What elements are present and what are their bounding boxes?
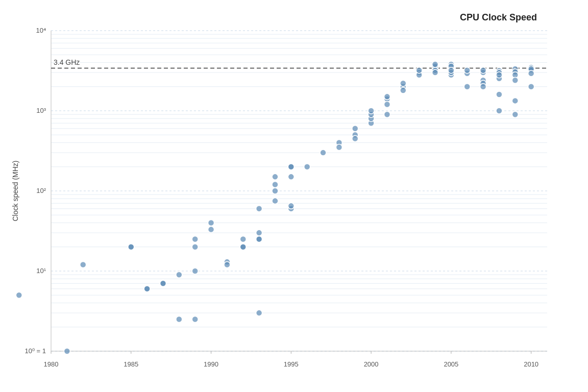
svg-point-79: [224, 262, 230, 268]
svg-point-100: [336, 144, 342, 151]
svg-point-122: [432, 61, 438, 67]
svg-point-84: [256, 310, 262, 316]
svg-point-76: [208, 227, 214, 233]
svg-text:1995: 1995: [284, 360, 299, 368]
svg-text:3.4 GHz: 3.4 GHz: [54, 58, 80, 66]
svg-point-121: [432, 69, 438, 76]
svg-point-97: [304, 164, 310, 170]
svg-point-146: [512, 77, 518, 83]
svg-text:1985: 1985: [124, 360, 138, 368]
svg-point-140: [496, 72, 502, 78]
svg-point-87: [256, 236, 262, 242]
svg-point-88: [272, 188, 278, 194]
svg-text:2005: 2005: [444, 360, 458, 368]
svg-text:10⁰ = 1: 10⁰ = 1: [24, 347, 46, 355]
svg-point-91: [272, 174, 278, 180]
svg-text:1980: 1980: [44, 360, 59, 368]
chart-svg: 10⁰ = 110¹10²10³10⁴198019851990199520002…: [0, 0, 588, 392]
svg-point-67: [144, 286, 150, 292]
svg-point-117: [416, 67, 422, 74]
svg-point-103: [352, 135, 358, 141]
svg-point-74: [192, 268, 198, 274]
svg-point-81: [240, 236, 246, 242]
svg-point-147: [512, 97, 518, 104]
svg-point-61: [16, 292, 22, 298]
svg-point-135: [480, 67, 486, 74]
svg-point-96: [288, 203, 294, 209]
svg-point-145: [512, 111, 518, 117]
svg-point-75: [192, 244, 198, 250]
svg-point-109: [384, 93, 390, 100]
svg-point-72: [192, 236, 198, 242]
svg-text:10⁴: 10⁴: [36, 27, 46, 34]
svg-text:10³: 10³: [36, 107, 46, 114]
svg-point-152: [528, 70, 534, 77]
svg-point-134: [480, 84, 486, 90]
svg-point-98: [320, 150, 326, 156]
svg-point-63: [80, 262, 86, 268]
svg-text:Clock speed (MHz): Clock speed (MHz): [11, 160, 19, 221]
svg-text:2000: 2000: [364, 360, 379, 368]
svg-point-94: [288, 164, 294, 170]
svg-point-130: [464, 84, 470, 90]
svg-point-150: [528, 84, 534, 90]
svg-point-65: [128, 244, 134, 250]
svg-point-107: [368, 108, 374, 114]
svg-point-111: [384, 111, 390, 117]
svg-text:2010: 2010: [524, 360, 538, 368]
svg-point-141: [496, 91, 502, 97]
svg-point-110: [384, 102, 390, 108]
svg-text:10²: 10²: [36, 187, 46, 194]
svg-point-70: [176, 272, 182, 278]
svg-text:CPU Clock Speed: CPU Clock Speed: [460, 12, 537, 22]
svg-point-73: [192, 316, 198, 323]
svg-point-113: [400, 80, 406, 86]
svg-point-93: [288, 174, 294, 180]
svg-text:1990: 1990: [204, 360, 218, 368]
svg-point-77: [208, 219, 214, 226]
svg-point-82: [240, 244, 246, 250]
svg-point-69: [160, 280, 166, 286]
svg-point-129: [464, 67, 470, 74]
svg-point-138: [496, 108, 502, 114]
svg-point-71: [176, 316, 182, 323]
svg-point-114: [400, 87, 406, 93]
chart-container: 10⁰ = 110¹10²10³10⁴198019851990199520002…: [0, 0, 588, 392]
svg-point-86: [256, 206, 262, 212]
svg-point-90: [272, 182, 278, 188]
svg-point-62: [64, 348, 70, 354]
svg-point-85: [256, 230, 262, 236]
svg-point-102: [352, 126, 358, 132]
svg-point-89: [272, 198, 278, 204]
svg-point-127: [448, 67, 454, 74]
svg-text:10¹: 10¹: [36, 267, 46, 275]
